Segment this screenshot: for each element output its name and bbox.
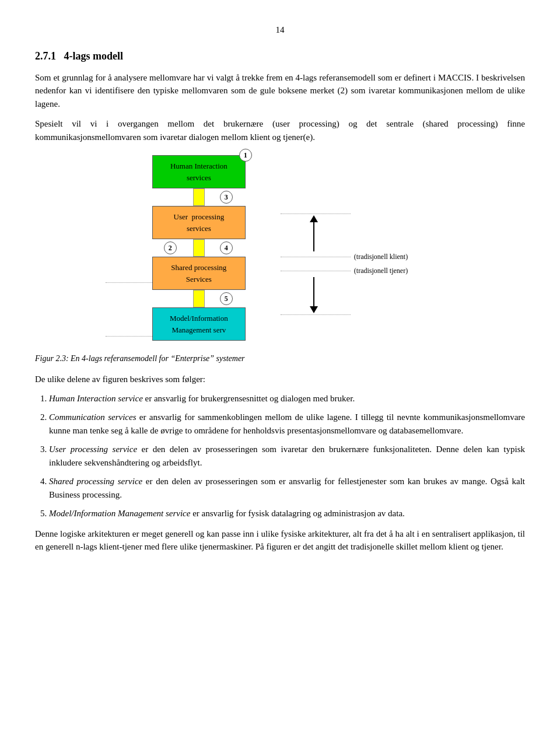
list-item-1: Human Interaction service er ansvarlig f… bbox=[49, 392, 525, 405]
list-item-5-rest: er ansvarlig for fysisk datalagring og a… bbox=[190, 509, 404, 518]
badge-5: 5 bbox=[220, 292, 233, 305]
box-human-interaction: Human Interactionservices bbox=[152, 155, 246, 188]
dotted-left bbox=[106, 282, 152, 283]
connector-1 bbox=[193, 188, 205, 206]
dotted-mid bbox=[281, 257, 351, 257]
list-item-2: Communication services er ansvarlig for … bbox=[49, 411, 525, 437]
description-list: Human Interaction service er ansvarlig f… bbox=[35, 392, 525, 520]
dotted-top bbox=[281, 214, 351, 214]
arrowhead-up bbox=[310, 215, 318, 222]
box-user-processing: User processingservices bbox=[152, 206, 246, 239]
connector-3 bbox=[193, 290, 205, 307]
arrow-up-container bbox=[310, 215, 318, 251]
page-number: 14 bbox=[35, 23, 525, 37]
figure-caption: Figur 2.3: En 4-lags referansemodell for… bbox=[35, 352, 525, 365]
badge-4: 4 bbox=[220, 242, 233, 254]
dotted-bottom bbox=[281, 314, 351, 315]
badge-2: 2 bbox=[164, 242, 177, 254]
label-trad-tjener: (tradisjonell tjener) bbox=[354, 265, 408, 276]
dotted-mid2 bbox=[281, 271, 351, 271]
badge-1: 1 bbox=[239, 149, 252, 162]
list-intro: De ulike delene av figuren beskrives som… bbox=[35, 373, 525, 386]
diagram: Human Interactionservices 1 3 User proce… bbox=[35, 155, 525, 341]
list-item-1-bold: Human Interaction service bbox=[49, 394, 143, 403]
connector-2 bbox=[193, 239, 205, 257]
badge-3: 3 bbox=[220, 191, 233, 204]
list-item-4-bold: Shared processing service bbox=[49, 477, 142, 486]
section-title: 2.7.1 4-lags modell bbox=[35, 48, 525, 64]
box-model-info: Model/InformationManagement serv bbox=[152, 307, 246, 341]
label-trad-klient: (tradisjonell klient) bbox=[354, 251, 408, 262]
arrow-shaft-up bbox=[313, 222, 314, 251]
arrow-down-container bbox=[310, 277, 318, 313]
context-paragraph: Spesielt vil vi i overgangen mellom det … bbox=[35, 117, 525, 144]
box-shared-processing: Shared processingServices bbox=[152, 257, 246, 290]
list-item-2-bold: Communication services bbox=[49, 412, 136, 422]
list-item-4: Shared processing service er den delen a… bbox=[49, 475, 525, 501]
diagram-stack: Human Interactionservices 1 3 User proce… bbox=[152, 155, 246, 341]
dotted-left-2 bbox=[106, 336, 152, 337]
list-item-5-bold: Model/Information Management service bbox=[49, 509, 190, 518]
list-item-5: Model/Information Management service er … bbox=[49, 507, 525, 520]
arrowhead-down bbox=[310, 306, 318, 313]
arrow-shaft-down bbox=[313, 277, 314, 306]
list-item-1-rest: er ansvarlig for brukergrensesnittet og … bbox=[143, 394, 355, 403]
list-item-3-bold: User processing service bbox=[49, 444, 137, 454]
intro-paragraph: Som et grunnlag for å analysere mellomva… bbox=[35, 71, 525, 111]
footer-paragraph: Denne logiske arkitekturen er meget gene… bbox=[35, 527, 525, 554]
list-item-3: User processing service er den delen av … bbox=[49, 443, 525, 469]
